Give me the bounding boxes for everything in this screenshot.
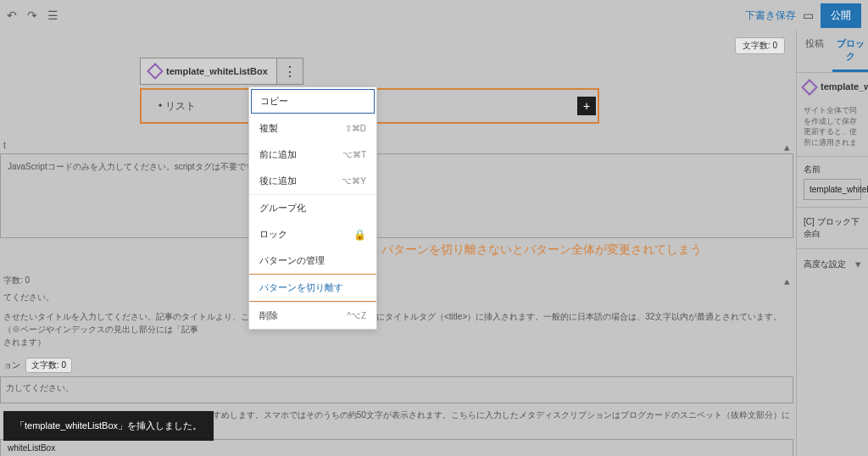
editor-topbar: ↶ ↷ ☰ 下書き保存 ▭ 公開	[0, 0, 868, 31]
menu-insert-before[interactable]: 前に追加⌥⌘T	[249, 142, 376, 168]
menu-manage-patterns[interactable]: パターンの管理	[249, 247, 376, 274]
sidebar-tabs: 投稿 ブロック	[797, 31, 868, 73]
list-view-button[interactable]: ☰	[47, 8, 58, 22]
topbar-right: 下書き保存 ▭ 公開	[745, 3, 861, 28]
block-info-title: template_whi	[821, 81, 868, 92]
name-input[interactable]: template_whiteList	[804, 179, 861, 200]
menu-insert-after[interactable]: 後に追加⌥⌘Y	[249, 168, 376, 194]
sidebar-margin-row[interactable]: [C] ブロック下余白	[797, 207, 868, 248]
sidebar-name-section: 名前 template_whiteList	[797, 156, 868, 207]
annotation-text: パターンを切り離さないとパターン全体が変更されてしまう	[381, 242, 702, 258]
lock-icon: 🔒	[353, 229, 366, 241]
helper-text: させたいタイトルを入力してください。記事のタイトルより、こちらに入力したテキスト…	[0, 307, 793, 352]
block-info-header: template_whi	[797, 73, 868, 102]
helper-text: てください。	[0, 288, 793, 307]
description-textarea[interactable]: 力してください。	[0, 376, 793, 403]
block-toolbar-label: template_whiteListBox	[166, 66, 268, 76]
block-more-button[interactable]: ⋮	[277, 58, 303, 84]
block-toolbar: template_whiteListBox ⋮	[140, 58, 303, 85]
pattern-icon	[147, 63, 164, 80]
block-options-dropdown: コピー 複製⇧⌘D 前に追加⌥⌘T 後に追加⌥⌘Y グループ化 ロック🔒 パター…	[248, 86, 377, 330]
save-draft-button[interactable]: 下書き保存	[745, 8, 796, 23]
block-info-desc: サイト全体で同を作成して保存更新すると、使所に適用されま	[797, 102, 868, 156]
menu-copy[interactable]: コピー	[251, 89, 375, 114]
collapse-icon[interactable]: ▴	[784, 141, 790, 153]
js-textarea[interactable]: JavaScriptコードのみを入力してください。scriptタグは不要です。	[0, 153, 793, 238]
list-item-text: • リスト	[159, 99, 196, 114]
tab-block[interactable]: ブロック	[832, 31, 868, 72]
menu-group[interactable]: グループ化	[249, 195, 376, 221]
section-label: ョン	[3, 359, 20, 371]
pattern-icon	[801, 79, 818, 96]
block-type-button[interactable]: template_whiteListBox	[141, 58, 277, 84]
undo-button[interactable]: ↶	[7, 8, 17, 22]
redo-button[interactable]: ↷	[27, 8, 37, 22]
menu-delete[interactable]: 削除^⌥Z	[249, 303, 376, 329]
menu-duplicate[interactable]: 複製⇧⌘D	[249, 115, 376, 142]
char-count-small: 字数: 0	[0, 273, 793, 288]
section-label: t	[0, 139, 793, 152]
preview-icon[interactable]: ▭	[803, 8, 814, 22]
chevron-down-icon: ▾	[855, 258, 861, 270]
sidebar-advanced-row[interactable]: 高度な設定▾	[797, 248, 868, 279]
settings-sidebar: 投稿 ブロック template_whi サイト全体で同を作成して保存更新すると…	[796, 31, 868, 456]
topbar-left: ↶ ↷ ☰	[7, 8, 58, 22]
collapse-icon[interactable]: ▴	[784, 275, 790, 287]
char-count-badge: 文字数: 0	[25, 358, 72, 373]
menu-detach-pattern[interactable]: パターンを切り離す	[249, 274, 376, 302]
add-block-button[interactable]: +	[577, 97, 596, 115]
tab-post[interactable]: 投稿	[797, 31, 832, 72]
toast-notification: 「template_whiteListBox」を挿入しました。	[3, 411, 214, 441]
publish-button[interactable]: 公開	[821, 3, 861, 28]
section-label: whiteListBox	[0, 439, 793, 456]
char-count-badge: 文字数: 0	[735, 37, 785, 54]
menu-lock[interactable]: ロック🔒	[249, 221, 376, 247]
name-label: 名前	[804, 164, 861, 175]
